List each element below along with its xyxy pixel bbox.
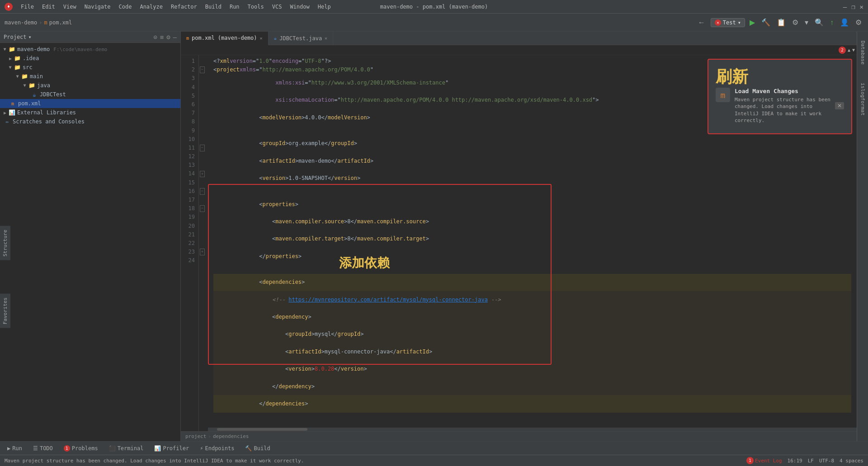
project-dropdown-icon[interactable]: ▾ xyxy=(28,34,32,40)
menu-window[interactable]: Window xyxy=(286,3,313,11)
ext-lib-arrow: ▶ xyxy=(4,110,6,115)
breadcrumb-file[interactable]: pom.xml xyxy=(49,19,72,26)
scroll-thumb[interactable] xyxy=(217,428,307,431)
pomxml-icon: m xyxy=(9,100,16,107)
fold-icon-23[interactable]: + xyxy=(200,249,205,255)
build-button[interactable]: 🔨 xyxy=(760,17,772,28)
scratches-label: Scratches and Consoles xyxy=(13,118,85,125)
menu-view[interactable]: View xyxy=(60,3,80,11)
menu-refactor[interactable]: Refactor xyxy=(167,3,201,11)
tree-jdbctest[interactable]: ☕ JDBCTest xyxy=(0,90,180,99)
menu-bar: File Edit View Navigate Code Analyze Ref… xyxy=(17,3,335,11)
collapse-all-icon[interactable]: ≡ xyxy=(160,33,164,41)
problems-badge: 1 xyxy=(64,445,70,452)
bottom-tab-problems[interactable]: 1 Problems xyxy=(61,443,101,453)
hide-icon[interactable]: — xyxy=(173,33,177,41)
maximize-button[interactable]: ❐ xyxy=(851,3,855,10)
tree-java[interactable]: ▶ 📁 java xyxy=(0,81,180,90)
status-bar: Maven project structure has been changed… xyxy=(0,455,868,466)
code-line-9: <version>1.0-SNAPSHOT</version> xyxy=(213,169,851,187)
menu-help[interactable]: Help xyxy=(314,3,335,11)
more-actions-button[interactable]: ▾ xyxy=(803,17,810,28)
ext-lib-icon: 📊 xyxy=(8,109,15,116)
bottom-tab-todo[interactable]: ☰ TODO xyxy=(30,443,56,453)
close-button[interactable]: ✕ xyxy=(860,3,863,10)
bottom-tab-profiler[interactable]: 📊 Profiler xyxy=(151,443,192,453)
tree-scratches[interactable]: ✏ Scratches and Consoles xyxy=(0,117,180,126)
menu-edit[interactable]: Edit xyxy=(38,3,59,11)
bottom-tab-terminal[interactable]: ⬛ Terminal xyxy=(106,443,146,453)
status-bar-left: Maven project structure has been changed… xyxy=(5,458,739,464)
favorites-side-tab[interactable]: Favorites xyxy=(0,294,10,328)
run-button[interactable]: ▶ xyxy=(748,17,757,28)
fold-icon-16[interactable]: − xyxy=(200,188,205,195)
horizontal-scrollbar[interactable] xyxy=(208,428,857,431)
gutter-icons: − − + − − + xyxy=(199,55,208,431)
tab-jdbctest-icon: ☕ xyxy=(274,35,277,41)
error-chevron-down[interactable]: ▼ xyxy=(852,47,855,52)
code-line-22: </dependency> xyxy=(213,378,851,395)
fold-icon-11[interactable]: − xyxy=(200,145,205,151)
code-line-10 xyxy=(213,187,851,196)
java-arrow: ▶ xyxy=(23,84,28,87)
minimize-button[interactable]: — xyxy=(843,3,847,10)
locate-file-icon[interactable]: ⊙ xyxy=(153,33,157,41)
debug-config-button[interactable]: ⚙ xyxy=(790,17,800,28)
notification-popup-header: m Load Maven Changes Maven project struc… xyxy=(716,88,844,124)
search-everywhere-button[interactable]: 🔍 xyxy=(813,17,826,28)
tree-external-libraries[interactable]: ▶ 📊 External Libraries xyxy=(0,108,180,117)
coverage-button[interactable]: 📋 xyxy=(775,17,788,28)
code-line-13: <maven.compiler.target>8</maven.compiler… xyxy=(213,231,851,248)
menu-build[interactable]: Build xyxy=(202,3,225,11)
fold-icon-18[interactable]: − xyxy=(200,205,205,212)
src-label: src xyxy=(23,64,33,71)
bottom-tab-run[interactable]: ▶ Run xyxy=(5,443,25,453)
menu-run[interactable]: Run xyxy=(226,3,243,11)
account-button[interactable]: 👤 xyxy=(838,17,851,28)
tab-jdbctest[interactable]: ☕ JDBCTest.java ✕ xyxy=(269,32,334,45)
error-chevron-up[interactable]: ▲ xyxy=(848,47,850,52)
tree-pomxml[interactable]: m pom.xml xyxy=(0,99,180,108)
code-line-21: <version>8.0.28</version> xyxy=(213,361,851,378)
editor-area: m pom.xml (maven-demo) ✕ ☕ JDBCTest.java… xyxy=(181,32,857,441)
structure-side-tab[interactable]: Structure xyxy=(0,226,10,260)
bottom-tab-endpoints[interactable]: ⚡ Endpoints xyxy=(197,443,237,453)
breadcrumb-sep: › xyxy=(208,433,211,439)
build-tab-icon: 🔨 xyxy=(245,445,252,452)
problems-tab-label: Problems xyxy=(72,445,98,452)
fold-icon-2[interactable]: − xyxy=(200,66,205,73)
event-log[interactable]: 1 Event Log xyxy=(746,457,782,464)
main-layout: Project ▾ ⊙ ≡ ⚙ — ▶ 📁 maven-demo F:\code… xyxy=(0,32,868,441)
fold-icon-14[interactable]: + xyxy=(200,171,205,178)
jdbctest-file-icon: ☕ xyxy=(31,91,38,98)
tab-pomxml-close[interactable]: ✕ xyxy=(260,36,263,41)
run-config-dropdown[interactable]: ✕ Test ▾ xyxy=(711,18,745,27)
tree-idea[interactable]: ▶ 📁 .idea xyxy=(0,54,180,63)
tab-pomxml[interactable]: m pom.xml (maven-demo) ✕ xyxy=(181,32,269,45)
menu-navigate[interactable]: Navigate xyxy=(81,3,114,11)
status-position: 16:19 xyxy=(788,458,802,464)
tree-main[interactable]: ▶ 📁 main xyxy=(0,72,180,81)
tree-src[interactable]: ▶ 📁 src xyxy=(0,63,180,72)
menu-tools[interactable]: Tools xyxy=(244,3,268,11)
menu-vcs[interactable]: VCS xyxy=(269,3,286,11)
menu-code[interactable]: Code xyxy=(115,3,136,11)
back-button[interactable]: ← xyxy=(695,18,708,28)
tab-jdbctest-close[interactable]: ✕ xyxy=(325,36,327,41)
breadcrumb-project[interactable]: maven-demo xyxy=(5,19,37,26)
app-logo: ♦ xyxy=(5,3,13,11)
java-folder-icon: 📁 xyxy=(28,82,35,89)
menu-file[interactable]: File xyxy=(17,3,38,11)
right-tab-logformat[interactable]: islogformat xyxy=(858,78,868,120)
update-button[interactable]: ↑ xyxy=(828,18,835,28)
settings-button[interactable]: ⚙ xyxy=(854,17,863,28)
window-controls: — ❐ ✕ xyxy=(843,3,863,10)
options-icon[interactable]: ⚙ xyxy=(166,33,170,41)
tree-root[interactable]: ▶ 📁 maven-demo F:\code\maven-demo xyxy=(0,45,180,54)
notification-close-button[interactable]: ✕ xyxy=(835,102,844,109)
error-count-badge: 2 xyxy=(839,47,846,54)
right-tab-database[interactable]: Database xyxy=(858,36,868,69)
project-panel-title: Project ▾ xyxy=(4,34,32,40)
menu-analyze[interactable]: Analyze xyxy=(136,3,166,11)
bottom-tab-build[interactable]: 🔨 Build xyxy=(242,443,273,453)
